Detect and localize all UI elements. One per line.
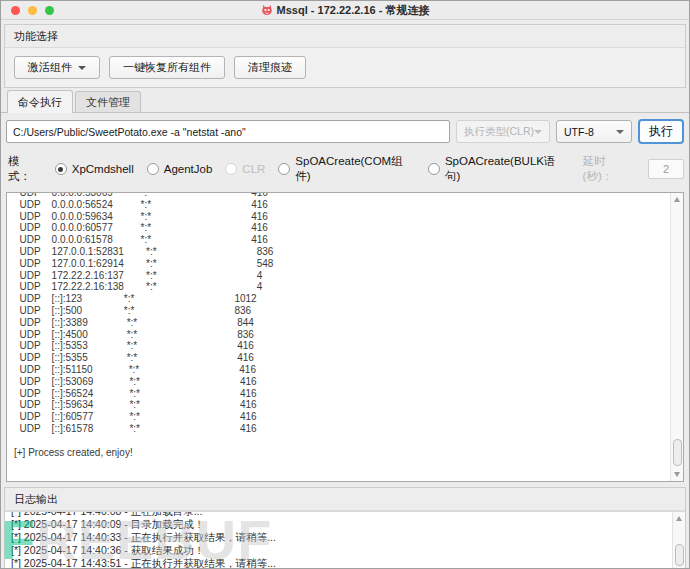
zoom-button[interactable] — [45, 6, 54, 15]
scroll-up-icon[interactable] — [676, 516, 682, 521]
mode-label: 模式： — [8, 154, 42, 184]
log-output: [*] 2025-04-17 14:40:08 - 正在加载目录... [*] … — [5, 511, 685, 569]
output-console-area[interactable]: UDP 0.0.0.0:53069 *:* 416 UDP 0.0.0.0:56… — [6, 192, 684, 482]
chevron-down-icon — [78, 66, 86, 70]
mode-row: 模式： XpCmdshell AgentJob CLR SpOACreate(C… — [8, 154, 684, 184]
radio-spoacreate-bulk[interactable]: SpOACreate(BULK语句) — [428, 154, 568, 184]
restore-all-components-button[interactable]: 一键恢复所有组件 — [109, 56, 225, 79]
radio-spoacreate-com-label: SpOACreate(COM组件) — [295, 154, 415, 184]
radio-disabled-icon — [225, 163, 237, 175]
mssql-tool-window: { "window": { "title": "Mssql - 172.22.2… — [0, 0, 690, 569]
activate-component-label: 激活组件 — [28, 62, 72, 73]
encoding-value: UTF-8 — [564, 126, 594, 138]
radio-xpcmdshell-label: XpCmdshell — [72, 163, 134, 175]
log-vertical-scrollbar[interactable] — [672, 512, 685, 569]
encoding-select[interactable]: UTF-8 — [556, 120, 632, 143]
scroll-up-icon[interactable] — [674, 197, 680, 202]
tab-file-management[interactable]: 文件管理 — [75, 91, 141, 113]
output-vertical-scrollbar[interactable] — [670, 193, 683, 481]
activate-component-button[interactable]: 激活组件 — [14, 56, 100, 79]
clean-traces-button[interactable]: 清理痕迹 — [234, 56, 306, 79]
execute-button[interactable]: 执行 — [638, 119, 684, 144]
output-scroll-thumb[interactable] — [673, 439, 682, 466]
radio-agentjob[interactable]: AgentJob — [147, 163, 213, 175]
radio-clr-label: CLR — [242, 163, 265, 175]
command-input[interactable] — [6, 120, 450, 143]
exec-type-value: 执行类型(CLR) — [464, 125, 534, 139]
radio-spoacreate-com[interactable]: SpOACreate(COM组件) — [278, 154, 415, 184]
close-button[interactable] — [11, 6, 20, 15]
delay-input — [648, 159, 684, 179]
traffic-lights — [1, 6, 54, 15]
radio-spoacreate-bulk-label: SpOACreate(BULK语句) — [445, 154, 568, 184]
log-scroll-thumb[interactable] — [675, 544, 684, 566]
exec-type-select: 执行类型(CLR) — [456, 120, 550, 143]
radio-agentjob-label: AgentJob — [164, 163, 213, 175]
log-panel-title: 日志输出 — [5, 488, 685, 511]
delay-label: 延时(秒)： — [583, 154, 635, 184]
command-row: 执行类型(CLR) UTF-8 执行 — [6, 119, 684, 144]
radio-clr: CLR — [225, 163, 265, 175]
function-panel: 功能选择 激活组件 一键恢复所有组件 清理痕迹 — [4, 24, 686, 88]
radio-xpcmdshell[interactable]: XpCmdshell — [55, 163, 134, 175]
app-icon — [261, 4, 273, 17]
function-panel-title: 功能选择 — [5, 25, 685, 48]
minimize-button[interactable] — [28, 6, 37, 15]
radio-icon — [428, 163, 440, 175]
radio-icon — [278, 163, 290, 175]
radio-selected-icon — [55, 163, 67, 175]
netstat-output: UDP 0.0.0.0:53069 *:* 416 UDP 0.0.0.0:56… — [7, 192, 683, 458]
title-bar: Mssql - 172.22.2.16 - 常规连接 — [1, 1, 689, 20]
chevron-down-icon — [616, 130, 624, 134]
log-panel: 日志输出 [*] 2025-04-17 14:40:08 - 正在加载目录...… — [4, 487, 686, 569]
chevron-down-icon — [534, 130, 542, 134]
command-execution-panel: 执行类型(CLR) UTF-8 执行 模式： XpCmdshell AgentJ… — [1, 112, 689, 482]
tab-bar: 命令执行 文件管理 — [7, 95, 689, 113]
window-title: Mssql - 172.22.2.16 - 常规连接 — [277, 3, 430, 18]
scroll-down-icon[interactable] — [674, 472, 680, 477]
log-console-area[interactable]: [*] 2025-04-17 14:40:08 - 正在加载目录... [*] … — [5, 511, 685, 569]
radio-icon — [147, 163, 159, 175]
tab-command-execution[interactable]: 命令执行 — [7, 90, 73, 113]
